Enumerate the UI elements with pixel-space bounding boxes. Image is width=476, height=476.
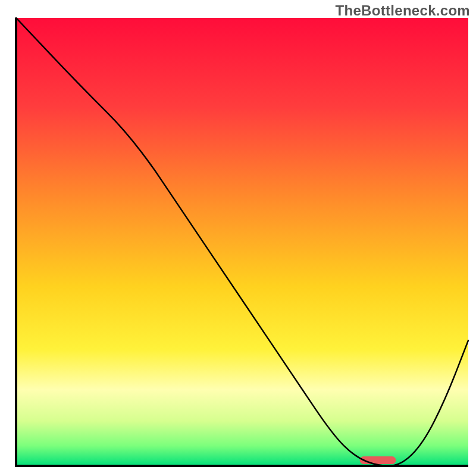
bottleneck-chart	[0, 0, 476, 476]
gradient-background	[16, 18, 468, 466]
chart-frame: TheBottleneck.com	[0, 0, 476, 476]
